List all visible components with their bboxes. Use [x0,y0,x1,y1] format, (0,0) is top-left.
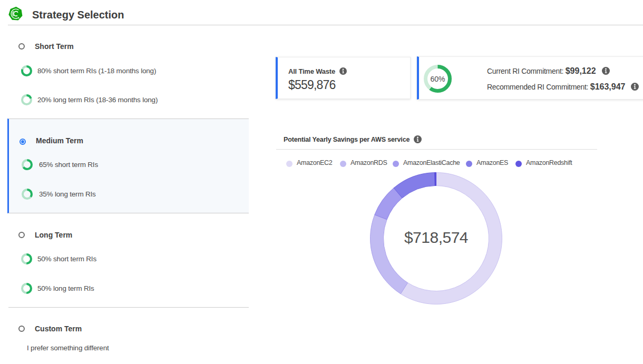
svg-text:60%: 60% [430,75,445,83]
